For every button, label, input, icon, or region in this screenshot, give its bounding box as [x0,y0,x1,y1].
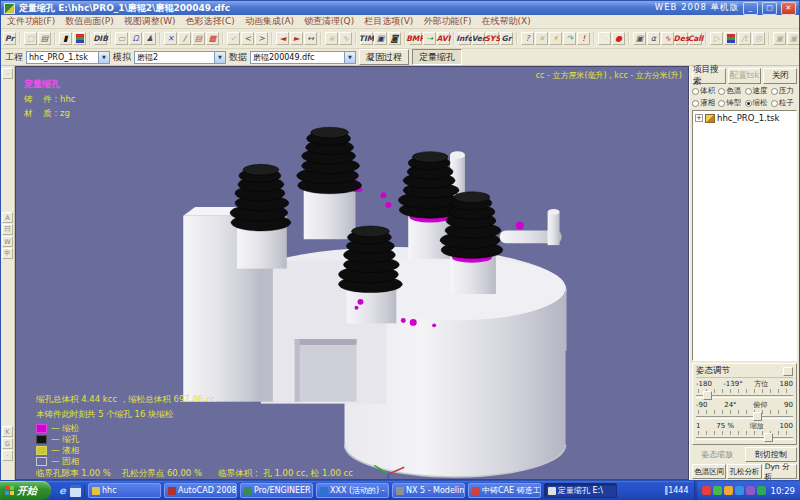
strip-button[interactable]: G [2,438,13,449]
maximize-button[interactable]: □ [762,2,777,15]
toolbar-button[interactable]: ↔ [304,32,317,45]
toolbar-button[interactable]: < [241,32,254,45]
menu-item[interactable]: 文件功能(F) [7,15,55,28]
toolbar-button[interactable]: ⚡ [549,32,562,45]
porosity-analysis-button[interactable]: 孔松分析 [727,464,761,479]
toolbar-button[interactable]: ▣ [374,32,387,45]
pose-panel-icon[interactable] [783,367,793,376]
toolbar-button[interactable]: / [178,32,191,45]
taskbar-app-button[interactable]: hhc [88,483,161,498]
toolbar-button[interactable]: TIM [360,32,373,45]
taskbar-app-button[interactable]: XXX (活动的) - P [316,483,389,498]
chevron-down-icon[interactable]: ▼ [214,52,225,63]
toolbar-button[interactable]: /t [738,32,751,45]
toolbar-button[interactable]: ● [612,32,625,45]
toolbar-button[interactable]: → [423,32,436,45]
menu-item[interactable]: 视图调整(W) [124,15,176,28]
toolbar-button[interactable]: α [647,32,660,45]
taskbar-app-button[interactable]: 定量缩孔 E:\ [544,483,617,498]
close-button[interactable]: ✕ [781,2,796,15]
strip-button[interactable]: W [2,236,13,247]
data-select[interactable]: 磨辊200049.dfc ▼ [250,51,356,64]
panel-close-button[interactable]: 关闭 [763,68,797,84]
toolbar-button[interactable] [724,32,737,45]
toolbar-button[interactable]: DIB [94,32,107,45]
menu-item[interactable]: 栏目选项(V) [364,15,413,28]
toolbar-button[interactable]: ▮ [59,32,72,45]
strip-button[interactable]: ◦ [2,68,13,79]
toolbar-button[interactable]: ✓ [227,32,240,45]
slider-thumb[interactable] [764,433,773,442]
quantify-shrinkage-button[interactable]: 定量缩孔 [412,49,462,65]
chevron-down-icon[interactable]: ▼ [344,52,355,63]
start-button[interactable]: 开始 [0,481,51,500]
menu-item[interactable]: 色彩选择(C) [186,15,235,28]
toolbar-button[interactable]: ► [290,32,303,45]
strip-button[interactable]: K [2,426,13,437]
tray-icon[interactable] [735,486,744,495]
toolbar-button[interactable]: ∿ [339,32,352,45]
expand-icon[interactable]: + [695,114,703,122]
toolbar-button[interactable]: ◙ [388,32,401,45]
section-control-button[interactable]: 剖切控制 [745,447,798,462]
menu-item[interactable]: 在线帮助(X) [482,15,531,28]
tray-icon[interactable] [746,486,755,495]
minimize-button[interactable]: _ [743,2,758,15]
toolbar-button[interactable]: ↷ [563,32,576,45]
chevron-down-icon[interactable]: ▼ [98,52,109,63]
slider-thumb[interactable] [753,412,762,421]
tray-icon[interactable] [757,486,766,495]
toolbar-button[interactable]: ✕ [535,32,548,45]
toolbar-button[interactable]: ▣ [773,32,786,45]
ie-icon[interactable]: e [57,485,68,497]
toolbar-button[interactable]: ▤ [38,32,51,45]
toolbar-button[interactable]: Gr [500,32,513,45]
toolbar-button[interactable]: ∿ [661,32,674,45]
radio-option[interactable]: 缩松 [745,98,771,108]
tray-icon[interactable] [713,486,722,495]
radio-option[interactable]: 液相 [692,98,718,108]
slider-track[interactable] [696,430,793,441]
toolbar-button[interactable]: Des [675,32,688,45]
toolbar-button[interactable]: Ver [472,32,485,45]
tray-icon[interactable] [724,486,733,495]
strip-button[interactable]: · [2,450,13,461]
radio-option[interactable]: 色温 [718,86,744,96]
solidify-process-button[interactable]: 凝固过程 [359,49,409,65]
menu-item[interactable]: 动画集成(A) [245,15,294,28]
toolbar-button[interactable]: ▤ [192,32,205,45]
clock[interactable]: 10:29 [771,486,796,496]
taskbar-app-button[interactable]: Pro/ENGINEER Wil [240,483,313,498]
toolbar-button[interactable]: Pr [3,32,16,45]
strip-button[interactable]: 日 [2,224,13,235]
toolbar-button[interactable]: Ω [129,32,142,45]
color-range-button[interactable]: 色温区间 [692,464,726,479]
toolbar-button[interactable]: ♟ [143,32,156,45]
toolbar-button[interactable]: ! [577,32,590,45]
toolbar-button[interactable]: SYS [486,32,499,45]
toolbar-button[interactable]: ? [521,32,534,45]
toolbar-button[interactable]: BMP [409,32,422,45]
toolbar-button[interactable]: ◎ [752,32,765,45]
toolbar-button[interactable]: ▣ [787,32,799,45]
radio-option[interactable]: 粒子 [771,98,797,108]
taskbar-app-button[interactable]: AutoCAD 2008 - [ [164,483,237,498]
toolbar-button[interactable]: AVI [437,32,450,45]
show-desktop-icon[interactable] [70,485,81,497]
dyn-analysis-button[interactable]: Dyn 分析 [763,464,797,479]
toolbar-button[interactable]: ◄ [276,32,289,45]
tree-item[interactable]: + hhc_PRO_1.tsk [695,113,794,123]
radio-option[interactable]: 压力 [771,86,797,96]
radio-option[interactable]: 速度 [745,86,771,96]
toolbar-button[interactable]: Call [689,32,702,45]
toolbar-button[interactable]: > [255,32,268,45]
taskbar-app-button[interactable]: NX 5 - Modeling [392,483,465,498]
menu-item[interactable]: 数值画面(P) [65,15,113,28]
toolbar-button[interactable]: ✕ [164,32,177,45]
radio-option[interactable]: 铸型 [718,98,744,108]
project-select[interactable]: hhc_PRO_1.tsk ▼ [26,51,110,64]
toolbar-button[interactable]: ▩ [206,32,219,45]
menu-item[interactable]: 外部功能(F) [423,15,471,28]
taskbar-app-button[interactable]: 中铸CAE 铸造工 [468,483,541,498]
toolbar-button[interactable]: ▷ [710,32,723,45]
